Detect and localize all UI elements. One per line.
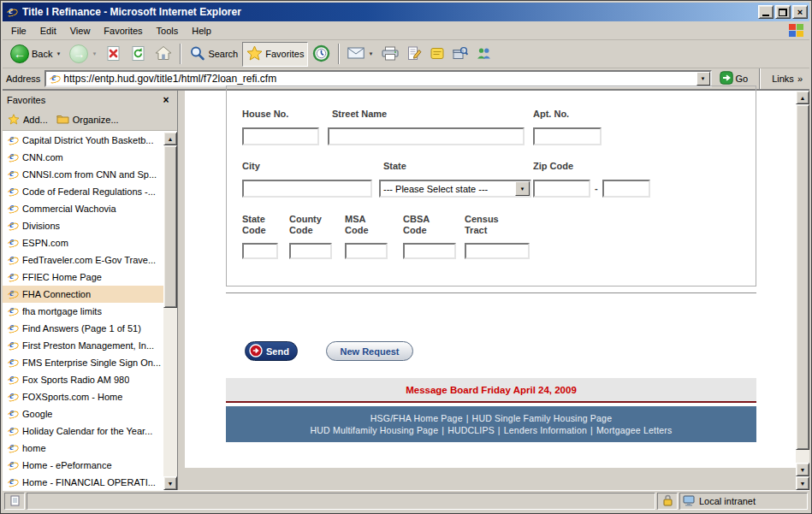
- print-icon: [382, 46, 399, 62]
- footer-link[interactable]: HUDCLIPS: [447, 425, 495, 435]
- scroll-down-icon[interactable]: ▼: [796, 476, 809, 490]
- city-input[interactable]: [242, 180, 372, 198]
- zip-plus4-input[interactable]: [602, 180, 650, 198]
- intranet-zone-icon: [683, 495, 695, 508]
- favorite-item[interactable]: fha mortgage limits: [3, 303, 163, 320]
- footer-link[interactable]: HUD Single Family Housing Page: [472, 413, 613, 423]
- scrollbar-thumb[interactable]: [163, 145, 177, 308]
- ie-page-icon: [7, 305, 19, 317]
- state-select[interactable]: --- Please Select state --- ▼: [379, 180, 531, 198]
- new-request-button[interactable]: New Request: [326, 341, 413, 361]
- footer-link[interactable]: HUD Multifamily Housing Page: [310, 425, 438, 435]
- stop-button[interactable]: [101, 42, 126, 67]
- favorite-item[interactable]: Divisions: [3, 217, 163, 234]
- ie-page-icon: [7, 168, 19, 180]
- forward-icon: →: [69, 44, 88, 63]
- favorite-item[interactable]: Code of Federal Regulations -...: [3, 183, 163, 200]
- messenger-button[interactable]: [472, 42, 495, 67]
- favorite-item[interactable]: CNNSI.com from CNN and Sp...: [3, 166, 163, 183]
- menu-file[interactable]: File: [4, 24, 33, 38]
- state-code-label: State Code: [242, 214, 278, 236]
- go-button[interactable]: Go: [716, 70, 752, 87]
- frame-scroll-down-icon[interactable]: ▼: [796, 463, 809, 476]
- home-button[interactable]: [151, 42, 176, 67]
- menu-edit[interactable]: Edit: [33, 24, 63, 38]
- favorites-button[interactable]: Favorites: [242, 42, 308, 67]
- add-favorite-button[interactable]: Add...: [8, 114, 48, 127]
- favorite-item[interactable]: Holiday Calendar for the Year...: [3, 422, 163, 440]
- favorite-item[interactable]: First Preston Management, In...: [3, 337, 163, 354]
- standard-toolbar: ← Back ▼ → ▼ Search Favorites: [3, 40, 809, 68]
- ie-page-icon: [7, 271, 19, 283]
- restore-button[interactable]: [775, 5, 791, 19]
- census-tract-input[interactable]: [465, 243, 530, 259]
- cbsa-code-input[interactable]: [403, 243, 456, 259]
- menu-tools[interactable]: Tools: [150, 24, 186, 38]
- refresh-button[interactable]: [126, 42, 151, 67]
- scroll-down-icon[interactable]: ▼: [163, 476, 177, 490]
- forward-button[interactable]: → ▼: [65, 42, 101, 67]
- favorite-item[interactable]: Capital District Youth Basketb...: [3, 132, 163, 149]
- favorites-scrollbar[interactable]: ▲ ▼: [163, 132, 177, 490]
- organize-favorites-button[interactable]: Organize...: [56, 114, 119, 126]
- forward-dropdown-icon[interactable]: ▼: [92, 51, 97, 56]
- footer-link[interactable]: HSG/FHA Home Page: [370, 413, 463, 423]
- favorite-item[interactable]: Google: [3, 405, 163, 422]
- discuss-button[interactable]: [426, 42, 448, 67]
- favorite-item[interactable]: FMS Enterprise Single Sign On...: [3, 354, 163, 371]
- edit-button[interactable]: [403, 42, 426, 67]
- favorite-item[interactable]: Home - ePeformance: [3, 457, 163, 474]
- footer-link[interactable]: Mortgagee Letters: [596, 425, 673, 435]
- scroll-up-icon[interactable]: ▲: [163, 132, 177, 145]
- favorite-item[interactable]: FFIEC Home Page: [3, 269, 163, 286]
- menu-favorites[interactable]: Favorites: [97, 24, 149, 38]
- favorite-item[interactable]: FOXSports.com - Home: [3, 388, 163, 405]
- status-zone-pane: Local intranet: [679, 493, 808, 510]
- close-button[interactable]: ×: [792, 5, 808, 19]
- back-button[interactable]: ← Back ▼: [6, 42, 65, 67]
- page-scrollbar[interactable]: ▲ ▼ ▼: [796, 91, 809, 490]
- favorite-item[interactable]: CNN.com: [3, 149, 163, 166]
- address-input[interactable]: https://entp.hud.gov/title1/html/f72loan…: [44, 70, 711, 87]
- favorites-close-icon[interactable]: ×: [159, 94, 173, 106]
- zip-code-label: Zip Code: [533, 161, 573, 172]
- favorite-item[interactable]: Find Answers (Page 1 of 51): [3, 320, 163, 337]
- apt-no-input[interactable]: [533, 127, 602, 145]
- mail-dropdown-icon[interactable]: ▼: [368, 51, 373, 56]
- mail-button[interactable]: ▼: [343, 42, 377, 67]
- favorite-item[interactable]: ESPN.com: [3, 234, 163, 251]
- send-button[interactable]: Send: [245, 341, 298, 361]
- scroll-up-icon[interactable]: ▲: [796, 91, 809, 104]
- scrollbar-thumb[interactable]: [796, 104, 809, 450]
- favorite-item[interactable]: home: [3, 440, 163, 457]
- favorite-item-fha-connection[interactable]: FHA Connection: [3, 286, 163, 303]
- back-dropdown-icon[interactable]: ▼: [56, 51, 61, 56]
- favorite-item[interactable]: Fox Sports Radio AM 980: [3, 371, 163, 388]
- panel-splitter[interactable]: [178, 91, 185, 490]
- search-button[interactable]: Search: [185, 42, 242, 67]
- menu-view[interactable]: View: [63, 24, 98, 38]
- history-button[interactable]: [308, 42, 335, 67]
- msa-code-label: MSA Code: [345, 214, 379, 236]
- zip-code-input[interactable]: [533, 180, 590, 198]
- street-name-input[interactable]: [328, 127, 525, 145]
- favorite-item[interactable]: Home - FINANCIAL OPERATI...: [3, 474, 163, 490]
- footer-link[interactable]: Lenders Information: [504, 425, 587, 435]
- address-dropdown-icon[interactable]: ▼: [696, 72, 710, 86]
- msa-code-input[interactable]: [345, 243, 388, 259]
- cbsa-code-label: CBSA Code: [403, 214, 439, 236]
- minimize-button[interactable]: [758, 5, 773, 19]
- ie-page-icon: [7, 459, 19, 471]
- house-no-input[interactable]: [242, 127, 319, 145]
- links-chevron-icon[interactable]: »: [797, 74, 803, 84]
- county-code-input[interactable]: [289, 243, 332, 259]
- favorite-item[interactable]: FedTraveler.com E-Gov Trave...: [3, 251, 163, 269]
- history-icon: [312, 44, 330, 64]
- links-button[interactable]: Links »: [768, 74, 806, 84]
- menu-help[interactable]: Help: [185, 24, 218, 38]
- favorite-item[interactable]: Commercial Wachovia: [3, 200, 163, 217]
- research-button[interactable]: [448, 42, 472, 67]
- print-button[interactable]: [377, 42, 403, 67]
- state-code-input[interactable]: [242, 243, 278, 259]
- select-dropdown-icon[interactable]: ▼: [515, 181, 530, 196]
